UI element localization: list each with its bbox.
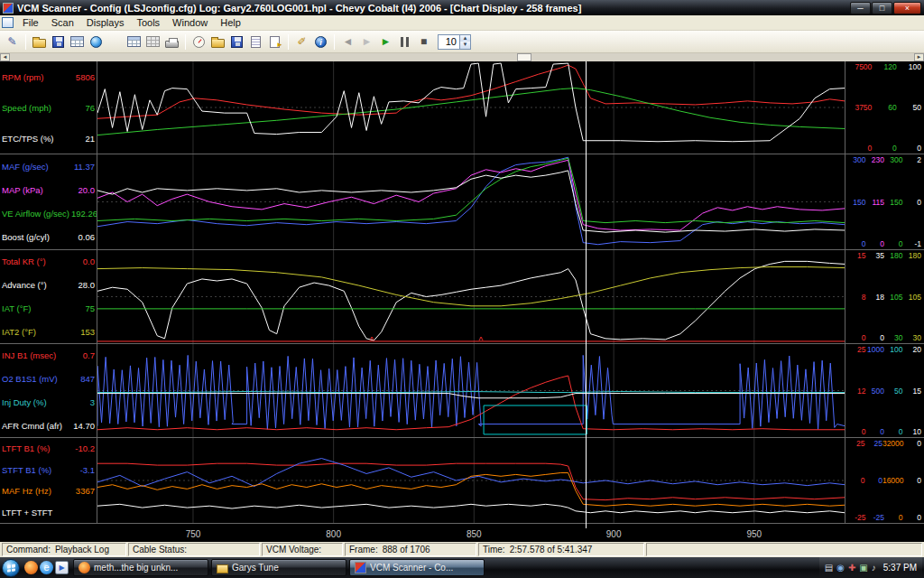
playback-speed-spinner[interactable]: 10▲▼ xyxy=(438,34,471,50)
scale-value: 0 xyxy=(904,476,921,485)
chart-display-icon[interactable] xyxy=(106,33,124,51)
tray-icon-2[interactable]: ◉ xyxy=(836,563,845,573)
scrollbar-thumb[interactable] xyxy=(517,53,531,61)
scan-tool-icon[interactable]: ✐ xyxy=(293,33,310,51)
open-log-icon[interactable] xyxy=(209,33,226,51)
signal-label: Total KR (°) xyxy=(2,256,46,266)
toolbar-separator xyxy=(288,34,289,50)
status-label: Time: xyxy=(483,545,505,555)
signal-value: 5806 xyxy=(76,72,95,82)
maximize-button[interactable]: □ xyxy=(872,2,892,14)
panel-2-plot[interactable] xyxy=(97,154,845,249)
edit-pencil-icon[interactable]: ✎ xyxy=(4,33,21,51)
panel-3-labels: Total KR (°)0.0Advance (°)28.0IAT (°F)75… xyxy=(0,250,97,343)
taskbar-button[interactable]: VCM Scanner - Co... xyxy=(349,559,485,576)
save-config-icon[interactable] xyxy=(50,33,67,51)
chart-horizontal-scrollbar[interactable]: ◄ ► xyxy=(0,53,924,61)
grid-display-icon[interactable] xyxy=(125,33,143,51)
signal-value: 28.0 xyxy=(79,280,96,290)
export-log-icon[interactable] xyxy=(266,33,283,51)
taskbar-button[interactable]: Garys Tune xyxy=(211,559,346,576)
scroll-right-icon[interactable]: ► xyxy=(914,53,924,61)
panel-3-plot[interactable]: ^^ xyxy=(97,250,845,343)
taskbar-button[interactable]: meth...the big unkn... xyxy=(73,559,208,576)
window-title: VCM Scanner - Config (LSJconfig.cfg) Log… xyxy=(17,3,846,14)
signal-value: 75 xyxy=(85,303,95,313)
scale-value: 50 xyxy=(884,387,903,396)
window-controls: ─ □ × xyxy=(850,2,921,14)
scale-value: 0 xyxy=(847,239,866,248)
clock: 5:37 PM xyxy=(880,563,917,573)
scale-row: 000 xyxy=(847,144,921,153)
tray-icon-4[interactable]: ▣ xyxy=(859,563,867,573)
save-log-icon[interactable] xyxy=(228,33,245,51)
scale-value: 60 xyxy=(872,103,896,112)
signal-label: MAP (kPa) xyxy=(2,185,43,195)
tray-icon-3[interactable]: ✚ xyxy=(848,563,855,573)
signal-row: INJ B1 (msec)0.7 xyxy=(0,344,97,368)
playback-step-icon[interactable]: ► xyxy=(358,33,375,51)
polls-gauge-icon[interactable] xyxy=(190,33,208,51)
signal-label: MAF (g/sec) xyxy=(2,162,49,172)
panel-1-plot[interactable] xyxy=(97,61,845,154)
scroll-left-icon[interactable]: ◄ xyxy=(0,53,10,61)
signal-value: 21 xyxy=(85,134,95,144)
spinner-up-icon[interactable]: ▲ xyxy=(460,35,470,42)
spinner-arrows: ▲▼ xyxy=(459,34,471,50)
scale-value: -25 xyxy=(866,513,885,522)
status-command: Command:Playback Log xyxy=(2,543,126,556)
tray-icon-5[interactable]: ♪ xyxy=(872,563,876,573)
signal-row: IAT2 (°F)153 xyxy=(0,320,97,343)
minimize-button[interactable]: ─ xyxy=(850,2,871,14)
start-button[interactable] xyxy=(2,559,20,577)
panel-4-plot[interactable] xyxy=(97,344,845,437)
signal-value: -10.2 xyxy=(75,443,95,453)
tray-icon-1[interactable]: ▤ xyxy=(825,563,833,573)
stop-button-icon[interactable]: ■ xyxy=(415,33,432,51)
scale-value: 0 xyxy=(884,239,903,248)
dashboard-display-icon[interactable] xyxy=(144,33,162,51)
print-icon[interactable] xyxy=(163,33,180,51)
signal-row: Advance (°)28.0 xyxy=(0,274,97,297)
log-file-icon[interactable] xyxy=(247,33,264,51)
scale-value: 2 xyxy=(903,155,922,164)
maf-trace xyxy=(97,157,845,245)
signal-label: LTFT B1 (%) xyxy=(2,443,51,453)
signal-row: Boost (g/cyl)0.06 xyxy=(0,226,97,249)
signal-value: 11.37 xyxy=(74,162,95,172)
quicklaunch-media-icon[interactable]: ▶ xyxy=(55,561,69,574)
vcm-info-icon[interactable] xyxy=(312,33,329,51)
panel-5-labels: LTFT B1 (%)-10.2STFT B1 (%)-3.1MAF Hz (H… xyxy=(0,438,97,523)
open-config-icon[interactable] xyxy=(31,33,48,51)
menu-file[interactable]: File xyxy=(16,16,45,29)
scale-value: 7500 xyxy=(847,62,872,71)
signal-row: Total KR (°)0.0 xyxy=(0,250,97,274)
scale-row: 1501151500 xyxy=(847,198,921,207)
menu-window[interactable]: Window xyxy=(166,16,214,29)
scale-value: 10 xyxy=(903,427,922,436)
scale-value: 0 xyxy=(866,333,885,342)
quicklaunch-browser-icon[interactable]: e xyxy=(40,561,53,574)
menu-help[interactable]: Help xyxy=(214,16,247,29)
quick-launch: e▶ xyxy=(24,561,69,574)
signal-label: Advance (°) xyxy=(2,280,47,290)
menu-tools[interactable]: Tools xyxy=(130,16,166,29)
quicklaunch-firefox-icon[interactable] xyxy=(24,561,38,574)
menu-scan[interactable]: Scan xyxy=(45,16,80,29)
vcm-world-icon[interactable] xyxy=(88,33,105,51)
chart-display[interactable]: RPM (rpm)5806Speed (mph)76ETC/TPS (%)217… xyxy=(0,61,924,528)
spinner-down-icon[interactable]: ▼ xyxy=(460,42,470,49)
chart-panel-3: Total KR (°)0.0Advance (°)28.0IAT (°F)75… xyxy=(0,250,924,344)
signal-value: 14.70 xyxy=(73,421,95,431)
signal-label: RPM (rpm) xyxy=(2,72,43,82)
table-display-icon[interactable] xyxy=(69,33,86,51)
close-button[interactable]: × xyxy=(893,2,921,14)
pause-button-icon[interactable] xyxy=(396,33,413,51)
menu-displays[interactable]: Displays xyxy=(80,16,131,29)
scale-value: 100 xyxy=(897,62,921,71)
panel-5-plot[interactable] xyxy=(97,438,845,523)
playback-cursor[interactable] xyxy=(586,61,587,528)
playback-reverse-icon[interactable]: ◄ xyxy=(339,33,356,51)
taskbar-button-label: Garys Tune xyxy=(232,563,279,573)
play-button-icon[interactable]: ► xyxy=(377,33,394,51)
